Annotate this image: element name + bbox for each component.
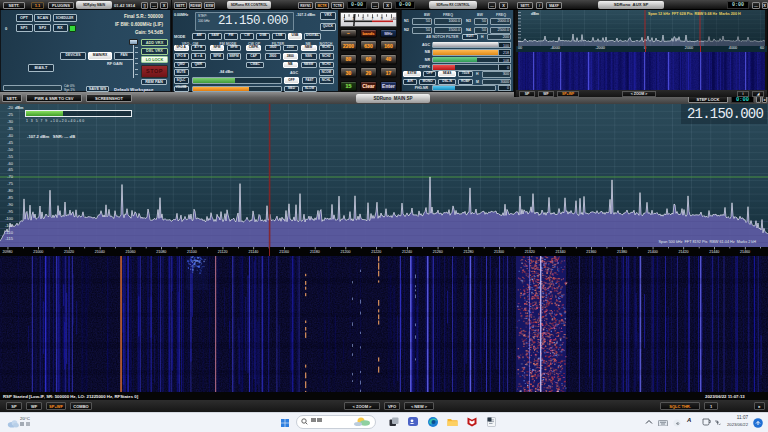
svg-text:9: 9: [381, 17, 383, 21]
svg-text:3: 3: [353, 17, 355, 21]
svg-text:5: 5: [362, 17, 364, 21]
svg-text:7: 7: [371, 17, 373, 21]
svg-text:+40: +40: [390, 17, 396, 21]
svg-text:1: 1: [343, 17, 345, 21]
